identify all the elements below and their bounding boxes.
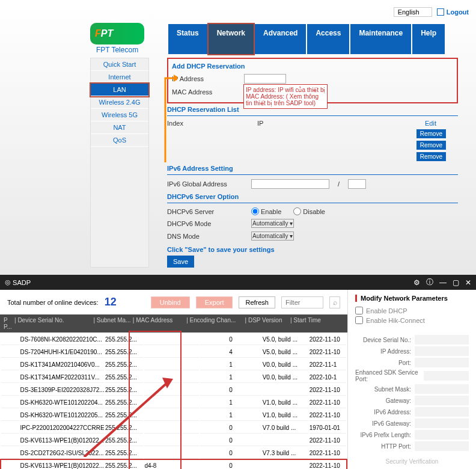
table-row[interactable]: DS-KV6113-WPE1(B)012022...255.255.2...d4… [1,460,346,469]
side-lan[interactable]: LAN [91,84,148,96]
logout-button[interactable]: Logout [437,8,469,16]
side-quickstart[interactable]: Quick Start [91,58,148,71]
v6-input-2[interactable] [348,179,366,189]
th-index: Index [167,120,233,127]
minimize-icon[interactable]: — [439,278,447,287]
table-row[interactable]: DS-3E1309P-EI20220328J72...255.255.2...0… [1,384,346,396]
refresh-button[interactable]: Refresh [239,296,275,308]
nav-help[interactable]: Help [412,24,445,54]
table-row[interactable]: DS-KH6320-WTE101202204...255.255.2...1V1… [1,397,346,408]
settings-icon[interactable]: ⚙ [413,278,420,287]
field-value[interactable] [415,430,469,440]
field-value[interactable] [415,396,469,405]
side-internet[interactable]: Internet [91,71,148,84]
table-row[interactable]: DS-K1T341AM20210406V0...255.255.2...1V0.… [1,359,346,370]
filter-input[interactable] [281,296,323,308]
remove-2[interactable]: Remove [416,141,446,150]
field-value[interactable] [415,407,469,417]
radio-disable[interactable] [293,207,301,215]
remove-3[interactable]: Remove [416,152,446,161]
remove-1[interactable]: Remove [416,129,446,138]
nav-status[interactable]: Status [168,24,207,54]
v6-input-1[interactable] [251,179,329,189]
sadp-titlebar: ◎ SADP ⚙ ⓘ — ▢ ✕ [0,275,476,290]
search-icon[interactable]: ⌕ [329,296,340,308]
save-button[interactable]: Save [167,256,194,268]
sec-verif: Security Verification [355,458,469,465]
close-icon[interactable]: ✕ [465,278,471,287]
sadp-logo-icon: ◎ [5,278,11,286]
sel-d6m[interactable]: Automatically ▾ [251,219,294,228]
export-button[interactable]: Export [196,296,233,308]
table-row[interactable]: DS-7204HUHI-K1/E0420190...255.255.2...4V… [1,346,346,358]
lbl-ip: IP Address [172,75,238,82]
table-header: P P...| Device Serial No.| Subnet Ma...|… [0,314,347,333]
logout-icon [437,8,444,16]
table-row[interactable]: DS-K1T341AMF20220311V...255.255.2...1V0.… [1,372,346,383]
main-nav: Status Network Advanced Access Maintenan… [168,24,445,54]
th-ip: IP [257,120,263,127]
lbl-mac: MAC Address [172,88,238,96]
side-w24[interactable]: Wireless 2.4G [91,96,148,109]
maximize-icon[interactable]: ▢ [453,278,459,287]
brand-logo: FPT FPT Telecom [90,23,144,54]
field-value[interactable] [415,384,469,394]
th-edit: Edit [425,120,436,127]
help-icon[interactable]: ⓘ [426,277,433,287]
lbl-dns: DNS Mode [167,233,245,240]
save-hint: Click "Save" to save your settings [167,246,458,253]
total-label: Total number of online devices: [7,299,99,306]
chk-hik[interactable] [355,316,363,324]
field-value[interactable] [415,358,469,367]
sect-add: Add DHCP Reservation [172,60,453,72]
nav-maintenance[interactable]: Maintenance [350,24,411,54]
lbl-v6g: IPv6 Global Address [167,180,245,188]
panel-title: Modify Network Parameters [355,295,469,302]
field-value[interactable] [415,418,469,428]
lbl-d6m: DHCPv6 Mode [167,220,245,227]
chk-dhcp[interactable] [355,307,363,314]
side-w5[interactable]: Wireless 5G [91,109,148,121]
nav-network[interactable]: Network [209,24,254,54]
field-value[interactable] [424,371,469,381]
sect-d6: DHCPv6 Server Option [167,191,458,203]
field-value[interactable] [415,346,469,356]
nav-access[interactable]: Access [307,24,349,54]
field-value[interactable] [415,441,469,451]
nav-advanced[interactable]: Advanced [255,24,306,54]
table-row[interactable]: DS-7608NI-K20820220210C...255.255.2...0V… [1,334,346,345]
side-nat[interactable]: NAT [91,121,148,134]
radio-enable[interactable] [251,207,259,215]
table-row[interactable]: IPC-P22001202004227CCRRE...255.255.2...0… [1,422,346,434]
table-row[interactable]: DS-KH6320-WTE101202205...255.255.2...1V1… [1,409,346,421]
side-nav: Quick Start Internet LAN Wireless 2.4G W… [90,58,149,268]
lang-select[interactable]: English [394,7,432,17]
lbl-d6s: DHCPv6 Server [167,208,245,215]
sel-dns[interactable]: Automatically ▾ [251,231,294,241]
annotation-note: IP address: IP wifi của thiết bịMAC Addr… [243,84,328,109]
field-value[interactable] [415,335,469,345]
table-row[interactable]: DS-KV6113-WPE1(B)012022...255.255.2...02… [1,435,346,446]
unbind-button[interactable]: Unbind [151,296,190,308]
sect-v6: IPv6 Address Setting [167,162,458,175]
total-count: 12 [105,296,117,308]
side-qos[interactable]: QoS [91,134,148,147]
ip-input[interactable] [244,74,286,84]
table-row[interactable]: DS-2CD2T26G2-ISU/SL2022...255.255.2...0V… [1,447,346,459]
